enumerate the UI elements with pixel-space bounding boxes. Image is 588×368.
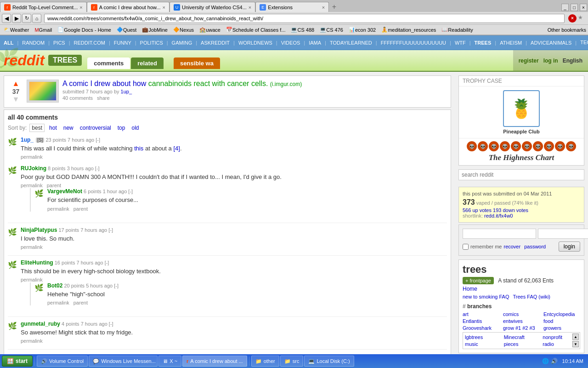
nav-adviceanimals[interactable]: ADVICEANIMALS	[531, 40, 571, 46]
taskbar-reddit[interactable]: r A comic I drew about ...	[182, 356, 247, 367]
branch-comics[interactable]: comics	[503, 311, 540, 317]
nav-technology[interactable]: TECHNOLO◁	[580, 40, 588, 46]
search-input[interactable]	[458, 169, 584, 180]
branch-pieces[interactable]: pieces	[504, 341, 539, 347]
sort-new[interactable]: new	[62, 124, 75, 132]
frontpage-button[interactable]: + frontpage	[463, 277, 494, 284]
post-author[interactable]: 1up_	[121, 89, 132, 94]
tab-1-close[interactable]: ×	[79, 5, 82, 10]
tab-1[interactable]: r Reddit Top-Level Comment... ×	[0, 2, 87, 12]
comment-2-permalink[interactable]: permalink	[21, 183, 43, 188]
login-button[interactable]: login	[559, 242, 580, 252]
nav-reddit[interactable]: REDDIT.COM	[74, 40, 105, 46]
tab-2[interactable]: r A comic I drew about how... ×	[87, 2, 170, 12]
nav-todayilearned[interactable]: TODAYILEARNED	[330, 40, 372, 46]
taskbar-messenger[interactable]: 💬 Windows Live Messen...	[89, 356, 158, 367]
branch-entwives[interactable]: entwives	[503, 318, 540, 324]
recover-link[interactable]: recover	[503, 244, 520, 249]
forward-button[interactable]: ▶	[12, 14, 21, 23]
bookmark-googledocs[interactable]: 📄 Google Docs - Home	[56, 26, 113, 33]
star-icon[interactable]: ★	[578, 14, 586, 23]
branch-entlantis[interactable]: Entlantis	[463, 318, 499, 324]
branch-entcyclopedia[interactable]: Entcyclopedia	[543, 311, 580, 317]
minimize-btn[interactable]: _	[561, 4, 569, 11]
nav-all[interactable]: ALL	[4, 40, 13, 46]
comment-1-link-this[interactable]: this	[134, 145, 143, 152]
username-input[interactable]	[463, 229, 536, 239]
post-comments-link[interactable]: 40 comments	[62, 95, 93, 101]
comment-2a-author[interactable]: VargevMeNot	[47, 188, 82, 195]
nav-askreddit[interactable]: ASKREDDIT	[201, 40, 230, 46]
sort-old[interactable]: old	[130, 124, 141, 132]
scroll-up-button[interactable]: ▲	[572, 334, 579, 340]
taskbar-local-disk[interactable]: 💻 Local Disk (C:)	[304, 356, 354, 367]
start-button[interactable]: 🪟 start	[2, 356, 33, 367]
taskbar-terminal[interactable]: 🖥 X ~	[158, 356, 181, 367]
refresh-button[interactable]: ↻	[22, 14, 31, 23]
new-tab-button[interactable]: +	[329, 2, 339, 12]
shortlink-link[interactable]: redd.it/fx4w0	[484, 213, 513, 218]
nav-wtf[interactable]: WTF	[455, 40, 466, 46]
bookmark-cs488[interactable]: 💻 CS 488	[289, 26, 316, 33]
nav-trees[interactable]: TREES	[475, 40, 492, 46]
tab-3[interactable]: U University of Waterloo CS4... ×	[170, 2, 255, 12]
remember-checkbox[interactable]	[463, 244, 469, 250]
sort-best[interactable]: best	[29, 124, 45, 132]
nav-iama[interactable]: IAMA	[309, 40, 321, 46]
tab-4-close[interactable]: ×	[322, 5, 325, 10]
bookmark-weather[interactable]: ⛅ Weather	[2, 26, 31, 33]
comment-3-permalink[interactable]: permalink	[21, 244, 43, 250]
trees-faq-link[interactable]: new to smoking FAQ	[463, 294, 509, 299]
nav-funny[interactable]: FUNNY	[114, 40, 131, 46]
password-link[interactable]: password	[524, 244, 546, 249]
post-share-link[interactable]: share	[97, 95, 110, 101]
home-button[interactable]: ⌂	[32, 14, 41, 23]
taskbar-volume[interactable]: 🔊 Volume Control	[37, 356, 88, 367]
branch-grooveshark[interactable]: Grooveshark	[463, 325, 499, 331]
back-button[interactable]: ◀	[2, 14, 11, 23]
up-votes-link[interactable]: 566 up votes	[463, 207, 492, 213]
bookmark-cs476[interactable]: 💻 CS 476	[318, 26, 345, 33]
comment-2a-parent[interactable]: parent	[74, 206, 88, 212]
scroll-down-button[interactable]: ▼	[572, 341, 579, 347]
comment-1-toggle[interactable]: [-]	[96, 137, 100, 143]
down-votes-link[interactable]: 193 down votes	[493, 207, 528, 213]
comment-4a-author[interactable]: Bot02	[47, 282, 62, 289]
comment-1-author[interactable]: 1up_	[21, 137, 34, 143]
bookmark-jobmine[interactable]: 💼 JobMine	[140, 26, 170, 33]
comment-5-author[interactable]: gunmetal_ruby	[21, 321, 60, 327]
comment-4a-parent[interactable]: parent	[74, 300, 88, 305]
comment-2-author[interactable]: RUJoking	[21, 165, 46, 172]
comment-3-author[interactable]: NinjaPlatypus	[21, 227, 57, 233]
language-selector[interactable]: English	[563, 58, 582, 64]
nav-pics[interactable]: PICS	[53, 40, 65, 46]
comment-5-permalink[interactable]: permalink	[21, 338, 43, 344]
bookmark-readability[interactable]: 📖 Readability	[440, 26, 475, 33]
nav-fffffffuuuu[interactable]: FFFFFFFUUUUUUUUUUUU	[381, 40, 446, 46]
comment-2-parent[interactable]: parent	[47, 183, 61, 188]
branch-minecraft[interactable]: Minecraft	[504, 334, 539, 340]
tab-3-close[interactable]: ×	[249, 5, 251, 10]
comment-4-toggle[interactable]: [-]	[105, 260, 109, 265]
comment-4-permalink[interactable]: permalink	[21, 277, 43, 282]
login-link[interactable]: log in	[543, 58, 558, 64]
bookmark-schedule[interactable]: 📅 Schedule of Classes f...	[224, 26, 288, 33]
bookmark-econ[interactable]: 📊 econ 302	[347, 26, 378, 33]
branch-lgbtrees[interactable]: lgbtrees	[465, 334, 500, 340]
bookmark-nexus[interactable]: 🔶 Nexus	[171, 26, 196, 33]
sort-controversial[interactable]: controversial	[78, 124, 113, 132]
taskbar-src-folder[interactable]: 📁 src	[280, 356, 304, 367]
branch-grow[interactable]: grow #1 #2 #3	[503, 325, 540, 331]
password-input[interactable]	[538, 229, 588, 239]
comment-1-permalink[interactable]: permalink	[21, 154, 43, 160]
bookmark-meditation[interactable]: 🧘 meditation_resources	[379, 26, 438, 33]
bookmark-uwace[interactable]: 🏫 uwace	[198, 26, 222, 33]
trees-home-link[interactable]: Home	[463, 286, 580, 292]
upvote-arrow[interactable]: ▲	[12, 80, 20, 88]
close-btn[interactable]: ×	[580, 4, 587, 11]
branch-music[interactable]: music	[465, 341, 500, 347]
sort-top[interactable]: top	[116, 124, 127, 132]
comment-5-toggle[interactable]: [-]	[109, 321, 113, 327]
nav-atheism[interactable]: ATHEISM	[500, 40, 522, 46]
tab-2-close[interactable]: ×	[163, 5, 165, 10]
